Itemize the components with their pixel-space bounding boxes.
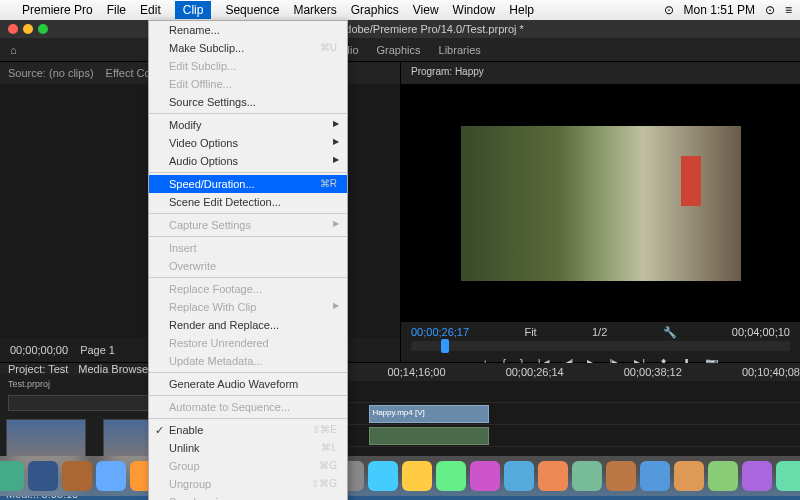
dock-app-icon[interactable] bbox=[504, 461, 534, 491]
workspace-toolbar: ⌂ Color Effects Audio Graphics Libraries bbox=[0, 38, 800, 62]
menu-edit[interactable]: Edit bbox=[140, 3, 161, 17]
program-monitor[interactable] bbox=[401, 84, 800, 322]
menu-item: Synchronize... bbox=[149, 493, 347, 500]
menu-item: Overwrite bbox=[149, 257, 347, 275]
traffic-lights[interactable] bbox=[8, 24, 48, 34]
dock-app-icon[interactable] bbox=[28, 461, 58, 491]
menu-item: Capture Settings bbox=[149, 216, 347, 234]
menu-item: Update Metadata... bbox=[149, 352, 347, 370]
menu-item[interactable]: Make Subclip...⌘U bbox=[149, 39, 347, 57]
dock-app-icon[interactable] bbox=[470, 461, 500, 491]
dock-app-icon[interactable] bbox=[436, 461, 466, 491]
source-tab[interactable]: Source: (no clips) bbox=[8, 67, 94, 79]
home-icon[interactable]: ⌂ bbox=[10, 44, 17, 56]
program-panel-header: Program: Happy bbox=[401, 62, 800, 84]
fit-dropdown[interactable]: Fit bbox=[524, 326, 536, 339]
dock-app-icon[interactable] bbox=[368, 461, 398, 491]
source-page: Page 1 bbox=[80, 344, 115, 356]
dock-app-icon[interactable] bbox=[62, 461, 92, 491]
clock[interactable]: Mon 1:51 PM bbox=[684, 3, 755, 17]
menu-help[interactable]: Help bbox=[509, 3, 534, 17]
current-timecode[interactable]: 00;00;26;17 bbox=[411, 326, 469, 339]
resolution-dropdown[interactable]: 1/2 bbox=[592, 326, 607, 339]
menu-graphics[interactable]: Graphics bbox=[351, 3, 399, 17]
project-tab[interactable]: Project: Test bbox=[8, 363, 68, 375]
clip-menu-dropdown: Rename...Make Subclip...⌘UEdit Subclip..… bbox=[148, 20, 348, 500]
dock-app-icon[interactable] bbox=[640, 461, 670, 491]
dock-app-icon[interactable] bbox=[742, 461, 772, 491]
dock-app-icon[interactable] bbox=[708, 461, 738, 491]
workspace-tab[interactable]: Libraries bbox=[439, 44, 481, 56]
menu-item[interactable]: Modify bbox=[149, 116, 347, 134]
menu-markers[interactable]: Markers bbox=[293, 3, 336, 17]
menu-item: Restore Unrendered bbox=[149, 334, 347, 352]
spotlight-icon[interactable]: ⊙ bbox=[765, 3, 775, 17]
dock-app-icon[interactable] bbox=[572, 461, 602, 491]
menu-file[interactable]: File bbox=[107, 3, 126, 17]
workspace-tab[interactable]: Graphics bbox=[377, 44, 421, 56]
menu-view[interactable]: View bbox=[413, 3, 439, 17]
notification-icon[interactable]: ≡ bbox=[785, 3, 792, 17]
macos-menubar: Premiere Pro File Edit Clip Sequence Mar… bbox=[0, 0, 800, 20]
dock-app-icon[interactable] bbox=[0, 461, 24, 491]
dock-app-icon[interactable] bbox=[538, 461, 568, 491]
menu-item[interactable]: Generate Audio Waveform bbox=[149, 375, 347, 393]
program-scrubber[interactable] bbox=[411, 341, 790, 351]
dock-app-icon[interactable] bbox=[402, 461, 432, 491]
source-timecode: 00;00;00;00 bbox=[10, 344, 68, 356]
wifi-icon[interactable]: ⊙ bbox=[664, 3, 674, 17]
dock-app-icon[interactable] bbox=[96, 461, 126, 491]
dock-app-icon[interactable] bbox=[674, 461, 704, 491]
menu-item: Edit Offline... bbox=[149, 75, 347, 93]
menu-item[interactable]: Rename... bbox=[149, 21, 347, 39]
video-clip[interactable]: Happy.mp4 [V] bbox=[369, 405, 489, 423]
dock-app-icon[interactable] bbox=[776, 461, 800, 491]
menu-item: Ungroup⇧⌘G bbox=[149, 475, 347, 493]
wrench-icon[interactable]: 🔧 bbox=[663, 326, 677, 339]
menu-item[interactable]: Source Settings... bbox=[149, 93, 347, 111]
menu-item[interactable]: Scene Edit Detection... bbox=[149, 193, 347, 211]
menu-item: Replace With Clip bbox=[149, 298, 347, 316]
video-preview bbox=[461, 126, 741, 281]
menu-item: Edit Subclip... bbox=[149, 57, 347, 75]
menu-item: Insert bbox=[149, 239, 347, 257]
menu-item: Automate to Sequence... bbox=[149, 398, 347, 416]
duration-timecode: 00;04;00;10 bbox=[732, 326, 790, 339]
media-browser-tab[interactable]: Media Browser bbox=[78, 363, 151, 375]
menu-window[interactable]: Window bbox=[453, 3, 496, 17]
menu-item[interactable]: Audio Options bbox=[149, 152, 347, 170]
dock-app-icon[interactable] bbox=[606, 461, 636, 491]
audio-clip[interactable] bbox=[369, 427, 489, 445]
menu-item: Group⌘G bbox=[149, 457, 347, 475]
menu-item[interactable]: Video Options bbox=[149, 134, 347, 152]
menu-sequence[interactable]: Sequence bbox=[225, 3, 279, 17]
menu-item[interactable]: Speed/Duration...⌘R bbox=[149, 175, 347, 193]
menu-clip[interactable]: Clip bbox=[175, 1, 212, 19]
menu-item[interactable]: Enable⇧⌘E bbox=[149, 421, 347, 439]
menu-item[interactable]: Render and Replace... bbox=[149, 316, 347, 334]
menu-item[interactable]: Unlink⌘L bbox=[149, 439, 347, 457]
menu-item: Replace Footage... bbox=[149, 280, 347, 298]
window-titlebar: /Documents/Adobe/Premiere Pro/14.0/Test.… bbox=[0, 20, 800, 38]
macos-dock[interactable] bbox=[0, 456, 800, 496]
app-name[interactable]: Premiere Pro bbox=[22, 3, 93, 17]
